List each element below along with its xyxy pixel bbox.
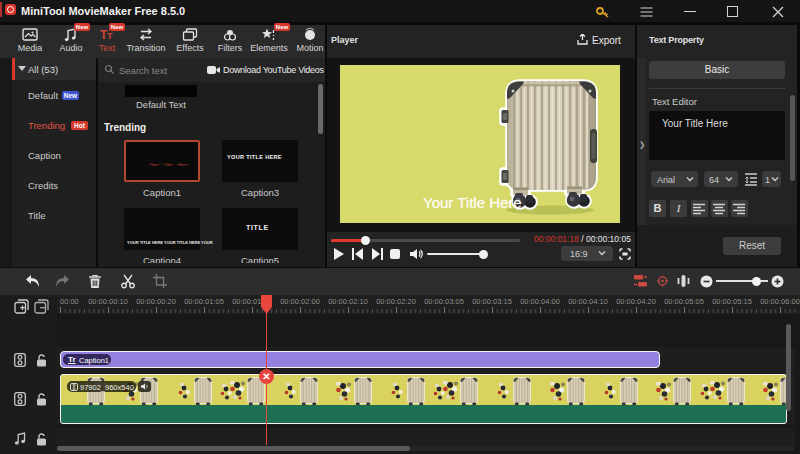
svg-text:T: T [107, 31, 113, 41]
